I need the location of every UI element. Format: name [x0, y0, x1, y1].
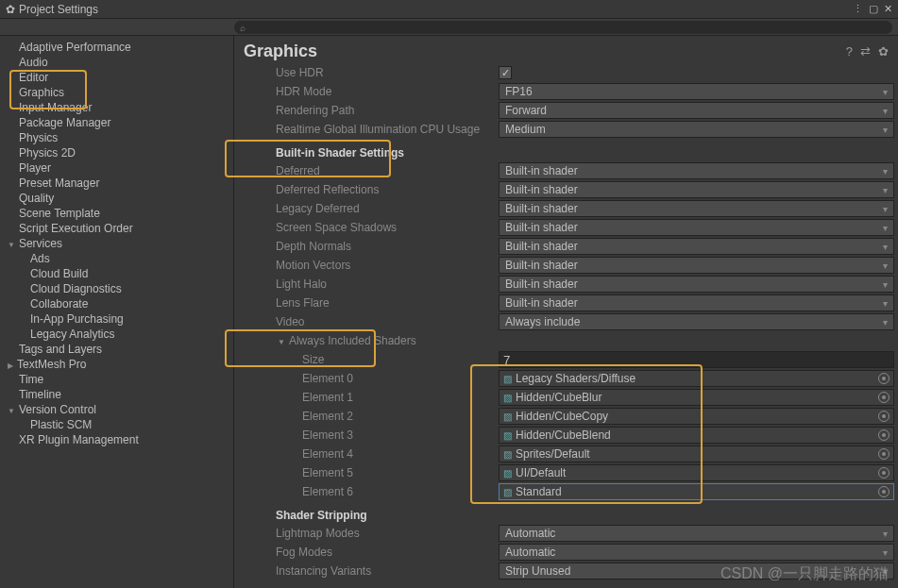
dropdown[interactable]: Automatic	[499, 544, 894, 561]
sidebar-item[interactable]: TextMesh Pro	[0, 357, 233, 372]
search-input[interactable]: ⌕	[234, 21, 892, 34]
sidebar-item[interactable]: Version Control	[0, 402, 233, 417]
sidebar-item[interactable]: Physics 2D	[0, 145, 233, 160]
field-label: Rendering Path	[263, 104, 499, 117]
object-field[interactable]: ▨Hidden/CubeBlur	[499, 389, 894, 406]
sidebar: Adaptive PerformanceAudioEditorGraphicsI…	[0, 36, 234, 588]
sidebar-item[interactable]: Time	[0, 372, 233, 387]
field-label: Element 1	[263, 391, 499, 404]
shader-icon: ▨	[503, 487, 512, 497]
field-label: Motion Vectors	[263, 259, 499, 272]
shader-icon: ▨	[503, 374, 512, 384]
field-label: Screen Space Shadows	[263, 221, 499, 234]
sidebar-item[interactable]: Graphics	[0, 85, 233, 100]
field-label: Lens Flare	[263, 296, 499, 310]
dropdown[interactable]: Always include	[499, 313, 894, 330]
dropdown[interactable]: Built-in shader	[499, 181, 894, 198]
field-label: Deferred	[263, 164, 499, 177]
sidebar-item[interactable]: In-App Purchasing	[0, 311, 233, 327]
object-field[interactable]: ▨Sprites/Default	[499, 445, 894, 462]
shader-icon: ▨	[503, 430, 512, 441]
settings-icon[interactable]: ✿	[878, 44, 889, 59]
sidebar-item[interactable]: Services	[0, 236, 233, 251]
page-title: Graphics	[244, 42, 317, 61]
field-label: Legacy Deferred	[263, 202, 499, 215]
size-input[interactable]	[499, 351, 894, 368]
field-label: Element 2	[263, 410, 499, 423]
object-picker-icon[interactable]	[878, 411, 890, 422]
window-title: Project Settings	[19, 3, 98, 16]
dropdown[interactable]: Built-in shader	[499, 257, 894, 274]
field-label: Element 0	[263, 372, 499, 385]
sidebar-item[interactable]: Scene Template	[0, 206, 233, 221]
dropdown[interactable]: Built-in shader	[499, 219, 894, 236]
object-picker-icon[interactable]	[878, 429, 890, 441]
dropdown[interactable]: Built-in shader	[499, 238, 894, 255]
sidebar-item[interactable]: Editor	[0, 70, 233, 85]
search-icon: ⌕	[240, 23, 246, 33]
main-panel: Graphics ? ⇄ ✿ Use HDR✓HDR ModeFP16Rende…	[234, 36, 898, 588]
sidebar-item[interactable]: Tags and Layers	[0, 342, 233, 357]
foldout-header[interactable]: Always Included Shaders	[263, 334, 499, 347]
sidebar-item[interactable]: Package Manager	[0, 115, 233, 130]
sidebar-item[interactable]: Script Execution Order	[0, 221, 233, 236]
sidebar-item[interactable]: Cloud Diagnostics	[0, 281, 233, 296]
field-label: Instancing Variants	[263, 564, 499, 578]
maximize-icon[interactable]: ▢	[869, 3, 878, 15]
field-label: Video	[263, 315, 499, 328]
dropdown[interactable]: Built-in shader	[499, 276, 894, 293]
dropdown[interactable]: Automatic	[499, 525, 894, 542]
sidebar-item[interactable]: Legacy Analytics	[0, 327, 233, 342]
field-label: Element 5	[263, 466, 499, 479]
sidebar-item[interactable]: XR Plugin Management	[0, 432, 233, 447]
field-label: Lightmap Modes	[263, 527, 499, 540]
field-label: Use HDR	[263, 66, 499, 79]
preset-icon[interactable]: ⇄	[860, 44, 871, 59]
dropdown[interactable]: FP16	[499, 83, 894, 100]
sidebar-item[interactable]: Preset Manager	[0, 176, 233, 191]
field-label: Element 4	[263, 447, 499, 461]
object-field[interactable]: ▨UI/Default	[499, 464, 894, 481]
sidebar-item[interactable]: Quality	[0, 191, 233, 206]
object-picker-icon[interactable]	[878, 467, 890, 479]
checkbox[interactable]: ✓	[499, 66, 512, 79]
searchbar: ⌕	[0, 19, 898, 36]
section-header: Shader Stripping	[263, 501, 894, 524]
object-field[interactable]: ▨Legacy Shaders/Diffuse	[499, 370, 894, 387]
sidebar-item[interactable]: Timeline	[0, 387, 233, 402]
field-label: HDR Mode	[263, 85, 499, 98]
shader-icon: ▨	[503, 468, 512, 479]
object-field[interactable]: ▨Hidden/CubeBlend	[499, 427, 894, 444]
field-label: Element 3	[263, 428, 499, 442]
object-picker-icon[interactable]	[878, 486, 890, 497]
field-label: Light Halo	[263, 277, 499, 291]
sidebar-item[interactable]: Plastic SCM	[0, 417, 233, 432]
field-label: Deferred Reflections	[263, 183, 499, 196]
sidebar-item[interactable]: Input Manager	[0, 100, 233, 115]
sidebar-item[interactable]: Audio	[0, 55, 233, 70]
shader-icon: ▨	[503, 412, 512, 422]
sidebar-item[interactable]: Adaptive Performance	[0, 40, 233, 55]
field-label: Realtime Global Illumination CPU Usage	[263, 123, 499, 136]
help-icon[interactable]: ?	[846, 44, 853, 59]
sidebar-item[interactable]: Ads	[0, 251, 233, 266]
dropdown[interactable]: Medium	[499, 121, 894, 138]
object-picker-icon[interactable]	[878, 373, 890, 384]
object-picker-icon[interactable]	[878, 392, 890, 403]
section-header: Built-in Shader Settings	[263, 139, 894, 161]
sidebar-item[interactable]: Collaborate	[0, 296, 233, 311]
dropdown[interactable]: Built-in shader	[499, 200, 894, 217]
field-label: Element 6	[263, 485, 499, 498]
dropdown[interactable]: Forward	[499, 102, 894, 119]
close-icon[interactable]: ✕	[884, 3, 892, 15]
sidebar-item[interactable]: Player	[0, 160, 233, 176]
titlebar: ✿ Project Settings ⋮ ▢ ✕	[0, 0, 898, 19]
object-picker-icon[interactable]	[878, 448, 890, 460]
more-icon[interactable]: ⋮	[853, 3, 863, 15]
sidebar-item[interactable]: Physics	[0, 130, 233, 145]
dropdown[interactable]: Built-in shader	[499, 162, 894, 179]
dropdown[interactable]: Built-in shader	[499, 294, 894, 311]
object-field[interactable]: ▨Standard	[499, 483, 894, 500]
object-field[interactable]: ▨Hidden/CubeCopy	[499, 408, 894, 425]
sidebar-item[interactable]: Cloud Build	[0, 266, 233, 281]
